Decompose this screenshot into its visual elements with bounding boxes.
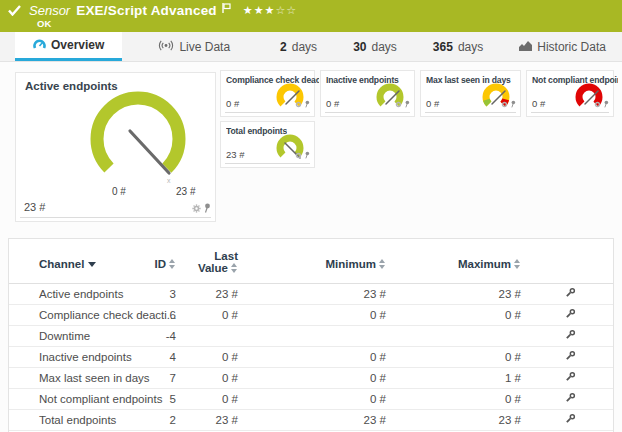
channel-id: -4 [66, 330, 176, 342]
gauge-card-active-endpoints[interactable]: Active endpoints x 0 # 23 # 23 # [15, 72, 216, 222]
sensor-status-text: OK [37, 18, 51, 29]
gauge-pin-icon[interactable] [304, 94, 310, 112]
table-row: Active endpoints 3 23 # 23 # 23 # [9, 284, 613, 305]
flag-icon[interactable] [222, 3, 231, 13]
table-row: Compliance check deacti... 6 0 # 0 # 0 # [9, 305, 613, 326]
gauge-min-label: 0 # [112, 186, 126, 197]
main-gauge: x [68, 83, 193, 195]
channel-maximum: 23 # [351, 414, 521, 426]
gauge-pin-icon[interactable] [510, 94, 516, 112]
channel-table: Channel ID LastValue Minimum Maximum Act… [8, 238, 614, 432]
sensor-overview-page: Sensor EXE/Script Advanced ★★★☆☆ OK Over… [0, 0, 622, 432]
gauge-max-label: 23 # [176, 186, 195, 197]
gauge-pin-icon[interactable] [404, 94, 410, 112]
gauge-settings-gear-icon[interactable] [395, 94, 402, 112]
table-row: Total endpoints 2 23 # 23 # 23 # [9, 410, 613, 431]
channel-maximum: 0 # [351, 393, 521, 405]
gauge-card-not-compliant-endpoints[interactable]: Not compliant endpoints 0 # [526, 70, 614, 117]
column-header-maximum[interactable]: Maximum [351, 258, 521, 270]
tab-30-days[interactable]: 30 days [343, 32, 407, 61]
object-kind-label: Sensor [29, 3, 70, 18]
channel-maximum: 0 # [351, 309, 521, 321]
priority-stars[interactable]: ★★★☆☆ [243, 4, 297, 17]
gauge-pin-icon[interactable] [203, 199, 211, 217]
status-ok-check-icon [8, 5, 21, 16]
table-header-row: Channel ID LastValue Minimum Maximum [9, 247, 613, 284]
channel-maximum: 23 # [351, 288, 521, 300]
tab-live-data[interactable]: Live Data [148, 32, 240, 61]
channel-settings-wrench-icon[interactable] [565, 371, 576, 384]
gauge-settings-gear-icon[interactable] [192, 199, 201, 217]
tab-historic-data[interactable]: Historic Data [509, 32, 616, 61]
gauge-settings-gear-icon[interactable] [295, 145, 302, 163]
channel-settings-wrench-icon[interactable] [565, 329, 576, 342]
gauge-card-max-last-seen-in-days[interactable]: Max last seen in days 0 # [420, 70, 521, 117]
table-row: Not compliant endpoints 5 0 # 0 # 0 # [9, 389, 613, 410]
channel-maximum: 1 # [351, 372, 521, 384]
tab-365-days[interactable]: 365 days [423, 32, 493, 61]
gauge-current-value: 23 # [24, 201, 45, 213]
chart-icon [519, 40, 532, 54]
svg-text:x: x [167, 177, 171, 184]
channel-maximum: 0 # [351, 351, 521, 363]
broadcast-icon [158, 40, 174, 54]
gauge-card-compliance-check-deactivated[interactable]: Compliance check deactivated 0 # [220, 70, 315, 117]
channel-settings-wrench-icon[interactable] [565, 392, 576, 405]
gauge-card-inactive-endpoints[interactable]: Inactive endpoints 0 # [320, 70, 415, 117]
gauge-icon [33, 38, 46, 52]
gauge-pin-icon[interactable] [603, 94, 609, 112]
gauge-settings-gear-icon[interactable] [501, 94, 508, 112]
tab-overview[interactable]: Overview [15, 32, 122, 61]
gauge-needle [130, 131, 169, 173]
sort-icon [514, 259, 521, 269]
channel-settings-wrench-icon[interactable] [565, 287, 576, 300]
sensor-header: Sensor EXE/Script Advanced ★★★☆☆ OK [0, 0, 622, 32]
gauge-pin-icon[interactable] [304, 145, 310, 163]
gauge-settings-gear-icon[interactable] [295, 94, 302, 112]
table-row: Max last seen in days 7 0 # 0 # 1 # [9, 368, 613, 389]
tab-bar: Overview Live Data 2 days 30 days 365 da… [0, 32, 622, 62]
sensor-title: EXE/Script Advanced [76, 3, 217, 18]
gauge-settings-gear-icon[interactable] [594, 94, 601, 112]
channel-settings-wrench-icon[interactable] [565, 350, 576, 363]
tab-2-days[interactable]: 2 days [270, 32, 327, 61]
table-row: Inactive endpoints 4 0 # 0 # 0 # [9, 347, 613, 368]
channel-settings-wrench-icon[interactable] [565, 413, 576, 426]
gauge-card-total-endpoints[interactable]: Total endpoints 23 # [220, 121, 315, 168]
table-row: Downtime -4 [9, 326, 613, 347]
channel-settings-wrench-icon[interactable] [565, 308, 576, 321]
